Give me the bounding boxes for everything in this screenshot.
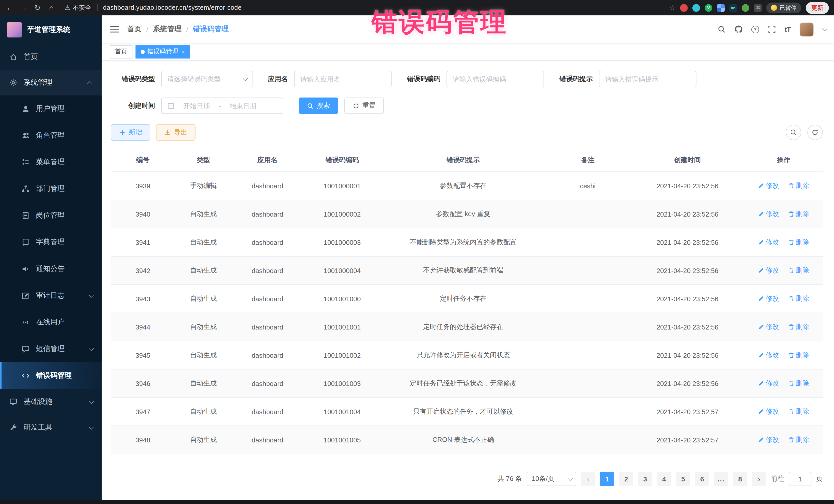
search-toggle-button[interactable]: [786, 125, 801, 140]
close-icon[interactable]: ×: [182, 48, 185, 54]
cell-remark: [545, 341, 631, 369]
sidebar-item-dictionaries[interactable]: 字典管理: [0, 229, 102, 256]
error-type-select[interactable]: 请选择错误码类型: [161, 71, 253, 87]
page-size-select[interactable]: 10条/页: [527, 472, 576, 486]
main-area: 首页 / 系统管理 / 错误码管理 ? tT: [102, 15, 834, 504]
breadcrumb-item-home[interactable]: 首页: [127, 25, 142, 34]
sidebar-item-positions[interactable]: 岗位管理: [0, 202, 102, 229]
edit-link[interactable]: 修改: [758, 379, 779, 388]
delete-link[interactable]: 删除: [788, 407, 809, 416]
app-logo[interactable]: 芋道管理系统: [0, 15, 102, 44]
active-dot-icon: [140, 49, 145, 53]
address-bar-url[interactable]: dashboard.yudao.iocoder.cn/system/error-…: [103, 4, 242, 11]
start-date-input[interactable]: [178, 102, 215, 110]
hamburger-button[interactable]: [110, 25, 119, 34]
extension-v-icon[interactable]: V: [705, 4, 712, 12]
sidebar-item-audit-logs[interactable]: 审计日志: [0, 282, 102, 309]
edit-link[interactable]: 修改: [758, 210, 779, 219]
tab-error-code[interactable]: 错误码管理 ×: [135, 45, 190, 58]
sidebar-item-online-users[interactable]: 在线用户: [0, 309, 102, 336]
next-page-button[interactable]: ›: [752, 472, 766, 486]
edit-link[interactable]: 修改: [758, 407, 779, 416]
delete-link[interactable]: 删除: [788, 294, 809, 303]
avatar-caret-icon[interactable]: [822, 26, 827, 31]
reset-button[interactable]: 重置: [344, 97, 384, 114]
header-search-button[interactable]: [717, 25, 725, 34]
page-button[interactable]: 5: [676, 472, 690, 486]
error-code-input[interactable]: [453, 75, 538, 83]
delete-link[interactable]: 删除: [788, 435, 809, 444]
edit-link[interactable]: 修改: [758, 181, 779, 191]
extension-grid-icon[interactable]: [717, 4, 725, 12]
delete-link[interactable]: 删除: [788, 210, 809, 219]
sidebar-item-dev-tools[interactable]: 研发工具: [0, 415, 102, 440]
page-button[interactable]: 8: [733, 472, 747, 486]
sidebar-item-home[interactable]: 首页: [0, 44, 102, 70]
sidebar-item-sms[interactable]: 短信管理: [0, 336, 102, 363]
browser-update-button[interactable]: 更新: [806, 2, 829, 14]
edit-link[interactable]: 修改: [758, 435, 779, 444]
breadcrumb-item-system[interactable]: 系统管理: [153, 25, 182, 34]
sidebar-item-system-management[interactable]: 系统管理: [0, 70, 102, 95]
delete-link[interactable]: 删除: [788, 379, 809, 388]
cell-ops: 修改 删除: [744, 426, 823, 454]
sidebar-item-departments[interactable]: 部门管理: [0, 176, 102, 202]
sidebar-item-users[interactable]: 用户管理: [0, 95, 102, 122]
browser-forward-button[interactable]: →: [19, 4, 28, 12]
page-button[interactable]: 1: [600, 472, 614, 486]
security-warning[interactable]: ⚠ 不安全: [65, 3, 91, 12]
export-button[interactable]: 导出: [156, 124, 196, 140]
sidebar-item-roles[interactable]: 角色管理: [0, 122, 102, 149]
end-date-input[interactable]: [224, 102, 262, 110]
github-icon[interactable]: [734, 25, 742, 34]
sidebar-item-menus[interactable]: 菜单管理: [0, 149, 102, 176]
extension-teal-icon[interactable]: [692, 4, 700, 12]
page-button[interactable]: 3: [638, 472, 652, 486]
browser-reload-button[interactable]: ↻: [33, 4, 42, 12]
delete-link[interactable]: 删除: [788, 238, 809, 247]
goto-page-input[interactable]: [789, 472, 811, 486]
bookmark-star-icon[interactable]: ☆: [669, 4, 675, 12]
table-row: 3939 手动编辑 dashboard 1001000001 参数配置不存在 c…: [111, 172, 823, 200]
edit-link[interactable]: 修改: [758, 294, 779, 303]
extensions-puzzle-icon[interactable]: ⌘: [754, 4, 762, 12]
app-name-input[interactable]: [300, 75, 386, 83]
profile-paused-badge[interactable]: 已暂停: [766, 2, 801, 13]
delete-link[interactable]: 删除: [788, 181, 809, 191]
browser-home-button[interactable]: ⌂: [47, 4, 56, 12]
add-button[interactable]: 新增: [111, 124, 150, 140]
fullscreen-button[interactable]: [768, 25, 776, 34]
edit-link-label: 修改: [766, 238, 779, 247]
extension-on-badge-icon[interactable]: on: [729, 4, 737, 12]
sidebar-item-error-codes[interactable]: 错误码管理: [0, 363, 102, 389]
font-size-button[interactable]: tT: [785, 25, 791, 33]
plus-icon: [119, 129, 126, 136]
date-range-picker[interactable]: -: [161, 97, 283, 114]
page-button[interactable]: 2: [619, 472, 633, 486]
edit-link[interactable]: 修改: [758, 351, 779, 360]
user-avatar[interactable]: [799, 22, 813, 36]
edit-link[interactable]: 修改: [758, 322, 779, 332]
browser-back-button[interactable]: ←: [5, 4, 14, 12]
error-hint-input[interactable]: [605, 75, 690, 83]
cell-msg: 定时任务的处理器已经存在: [381, 313, 545, 341]
page-button[interactable]: 6: [695, 472, 709, 486]
edit-link[interactable]: 修改: [758, 238, 779, 247]
refresh-table-button[interactable]: [807, 125, 823, 140]
search-button[interactable]: 搜索: [299, 97, 338, 114]
extension-red-icon[interactable]: [680, 4, 688, 12]
delete-link[interactable]: 删除: [788, 266, 809, 275]
delete-link-label: 删除: [796, 210, 809, 219]
delete-link[interactable]: 删除: [788, 322, 809, 332]
cell-remark: [545, 369, 631, 397]
extension-green-icon[interactable]: [742, 4, 749, 12]
trash-icon: [788, 267, 794, 273]
delete-link[interactable]: 删除: [788, 351, 809, 360]
help-button[interactable]: ?: [751, 25, 759, 33]
sidebar-item-notices[interactable]: 通知公告: [0, 256, 102, 282]
sidebar-item-infrastructure[interactable]: 基础设施: [0, 389, 102, 415]
edit-link[interactable]: 修改: [758, 266, 779, 275]
prev-page-button[interactable]: ‹: [581, 472, 595, 486]
page-button[interactable]: 4: [657, 472, 671, 486]
tab-home[interactable]: 首页: [110, 45, 132, 58]
